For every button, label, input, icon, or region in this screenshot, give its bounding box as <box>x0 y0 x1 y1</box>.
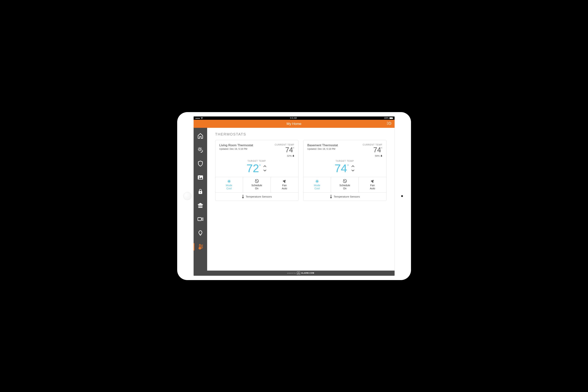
fan-icon <box>282 179 286 183</box>
status-bar: 9:41 AM 100% <box>194 116 395 120</box>
temperature-sensors-button[interactable]: Temperature Sensors <box>215 192 298 201</box>
page-title: My Home <box>287 122 301 126</box>
section-title: THERMOSTATS <box>207 128 395 140</box>
svg-point-14 <box>199 176 200 178</box>
thermometer-icon <box>242 195 244 198</box>
svg-point-32 <box>243 197 243 198</box>
sidebar-item-locks[interactable] <box>194 184 207 198</box>
thermostat-card: Basement Thermostat Updated: Dec 19, 5:1… <box>303 140 386 201</box>
thermostat-updated: Updated: Dec 19, 5:19 PM <box>307 148 338 150</box>
sidebar-item-video[interactable] <box>194 212 207 226</box>
main-content: THERMOSTATS Living Room Thermostat Updat… <box>207 128 395 276</box>
svg-rect-17 <box>200 192 201 193</box>
fan-button[interactable]: Fan Auto <box>271 177 298 192</box>
history-icon[interactable] <box>387 122 391 126</box>
current-temp-label: CURRENT TEMP <box>275 144 294 146</box>
temperature-sensors-button[interactable]: Temperature Sensors <box>303 192 386 201</box>
mode-button[interactable]: Mode Cool <box>303 177 331 192</box>
sidebar-item-lights[interactable] <box>194 226 207 240</box>
tablet-camera <box>401 195 403 197</box>
app-header: My Home <box>194 120 395 128</box>
humidity: 32% <box>275 154 294 157</box>
current-temp-value: 74° <box>363 146 382 153</box>
current-temp-label: CURRENT TEMP <box>363 144 382 146</box>
fan-icon <box>370 179 374 183</box>
sidebar-item-thermostats[interactable] <box>194 240 207 254</box>
footer-brand: ALARM.COM <box>301 272 314 274</box>
svg-line-9 <box>198 148 199 148</box>
tablet-frame: 9:41 AM 100% My Home <box>177 112 411 280</box>
current-temp-value: 74° <box>275 146 294 153</box>
schedule-icon <box>255 179 259 183</box>
target-temp-value: 72° <box>246 163 261 174</box>
app-screen: 9:41 AM 100% My Home <box>194 116 395 276</box>
target-temp-value: 74° <box>334 163 349 174</box>
svg-line-10 <box>201 150 201 151</box>
thermometer-icon <box>330 195 332 198</box>
svg-point-38 <box>331 197 331 198</box>
fan-button[interactable]: Fan Auto <box>359 177 386 192</box>
thermostat-updated: Updated: Dec 19, 5:19 PM <box>219 148 253 150</box>
thermostat-cards: Living Room Thermostat Updated: Dec 19, … <box>207 140 395 201</box>
mode-button[interactable]: Mode Cool <box>215 177 243 192</box>
temp-down-button[interactable] <box>263 168 267 172</box>
brand-logo-icon <box>297 272 300 275</box>
temp-up-button[interactable] <box>263 164 267 168</box>
sidebar-item-security[interactable] <box>194 157 207 170</box>
droplet-icon <box>292 155 294 157</box>
schedule-button[interactable]: Schedule On <box>243 177 271 192</box>
signal-dots-icon <box>195 117 200 119</box>
wifi-icon <box>201 117 203 119</box>
footer: powered by ALARM.COM <box>207 270 395 276</box>
sidebar-item-home[interactable] <box>194 129 207 143</box>
battery-icon <box>389 118 393 119</box>
status-time: 9:41 AM <box>290 117 297 119</box>
svg-line-11 <box>198 150 199 151</box>
humidity: 59% <box>363 154 382 157</box>
sidebar-item-garage[interactable] <box>194 198 207 212</box>
thermostat-name: Living Room Thermostat <box>219 144 253 147</box>
snowflake-icon <box>315 179 319 183</box>
svg-rect-18 <box>198 205 202 208</box>
snowflake-icon <box>227 179 231 183</box>
svg-point-22 <box>199 248 200 249</box>
footer-powered-label: powered by <box>287 272 296 274</box>
thermostat-card: Living Room Thermostat Updated: Dec 19, … <box>215 140 298 201</box>
schedule-button[interactable]: Schedule On <box>331 177 359 192</box>
svg-point-4 <box>199 148 201 150</box>
temp-down-button[interactable] <box>351 168 355 172</box>
sidebar-item-images[interactable] <box>194 170 207 184</box>
thermostat-name: Basement Thermostat <box>307 144 338 147</box>
temp-up-button[interactable] <box>351 164 355 168</box>
schedule-icon <box>343 179 347 183</box>
tablet-home-button[interactable] <box>183 192 191 200</box>
battery-percent: 100% <box>384 117 389 119</box>
sidebar-item-scenes[interactable] <box>194 143 207 157</box>
svg-line-12 <box>201 148 201 148</box>
droplet-icon <box>380 155 382 157</box>
svg-rect-21 <box>198 218 201 220</box>
sidebar <box>194 128 207 276</box>
